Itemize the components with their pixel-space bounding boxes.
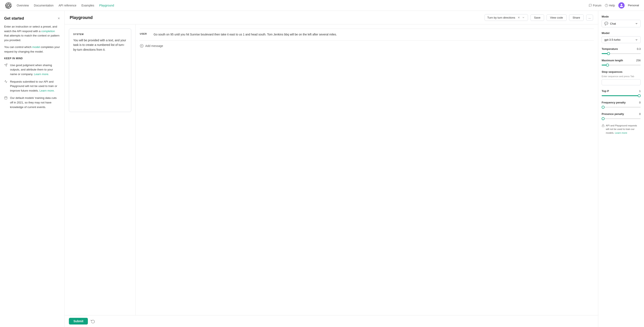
sidebar-intro-1: Enter an instruction or select a preset,…: [4, 24, 60, 42]
freq-penalty-slider[interactable]: [602, 107, 641, 108]
system-label: SYSTEM: [73, 33, 127, 35]
top-p-value: 1: [639, 89, 641, 93]
activity-icon: [4, 80, 8, 84]
app-layout: Get started × Enter an instruction or se…: [0, 0, 644, 327]
system-column: SYSTEM You will be provided with a text,…: [65, 24, 136, 327]
chevron-down-icon: [635, 22, 638, 25]
top-p-slider[interactable]: [602, 95, 641, 96]
footer-note: API and Playground requests will not be …: [602, 124, 641, 135]
temperature-slider[interactable]: [602, 53, 641, 54]
preset-selector[interactable]: Turn by turn directions: [484, 14, 528, 21]
max-length-label: Maximum length: [602, 59, 623, 62]
sidebar-body: Enter an instruction or select a preset,…: [4, 24, 60, 109]
nav-examples[interactable]: Examples: [82, 4, 94, 7]
navbar-right: Forum Help Personal: [589, 2, 639, 8]
freq-penalty-slider-container: [602, 105, 641, 108]
chevron-down-icon: [522, 16, 525, 19]
help-link[interactable]: Help: [605, 4, 615, 7]
mode-label: Mode: [602, 15, 641, 18]
submit-row: Submit: [65, 315, 598, 327]
footer-learn-more[interactable]: Learn more: [615, 132, 627, 134]
mode-dropdown[interactable]: 💬 Chat: [602, 20, 641, 27]
send-icon: [4, 63, 8, 67]
avatar[interactable]: [618, 2, 624, 8]
temperature-section: Temperature 0.3: [602, 47, 641, 55]
stop-sequences-section: Stop sequences Enter sequence and press …: [602, 70, 641, 85]
nav-overview[interactable]: Overview: [17, 4, 29, 7]
mode-icon: 💬: [604, 22, 608, 25]
personal-label: Personal: [628, 4, 639, 7]
clear-preset-button[interactable]: [517, 16, 521, 19]
history-button[interactable]: [90, 319, 95, 324]
chat-area: SYSTEM You will be provided with a text,…: [65, 24, 598, 327]
learn-more-1[interactable]: Learn more.: [34, 73, 49, 76]
add-message-button[interactable]: Add message: [140, 40, 594, 51]
nav-api-reference[interactable]: API reference: [59, 4, 76, 7]
freq-penalty-value: 0: [639, 101, 641, 104]
freq-penalty-section: Frequency penalty 0: [602, 101, 641, 108]
temperature-label: Temperature: [602, 47, 618, 50]
completion-link[interactable]: completion: [41, 30, 55, 33]
model-section: Model gpt-3.5-turbo: [602, 31, 641, 43]
nav-documentation[interactable]: Documentation: [34, 4, 54, 7]
temperature-row: Temperature 0.3: [602, 47, 641, 50]
user-text[interactable]: Go south on 95 until you hit Sunrise bou…: [154, 32, 594, 37]
playground-title: Playground: [70, 15, 482, 20]
user-message-row: USER Go south on 95 until you hit Sunris…: [140, 28, 594, 40]
more-button[interactable]: ...: [586, 14, 593, 21]
svg-rect-4: [4, 97, 7, 99]
top-p-section: Top P 1: [602, 89, 641, 97]
view-code-button[interactable]: View code: [546, 14, 566, 21]
add-icon: [140, 44, 144, 48]
svg-point-0: [605, 4, 608, 7]
temperature-value: 0.3: [637, 47, 641, 50]
model-link[interactable]: model: [32, 45, 40, 49]
max-length-row: Maximum length 256: [602, 59, 641, 62]
save-button[interactable]: Save: [530, 14, 544, 21]
calendar-icon: [4, 96, 8, 100]
learn-more-2[interactable]: Learn more.: [40, 89, 55, 92]
forum-icon: [589, 4, 592, 7]
sidebar-item-training: Our default models' training data cuts o…: [4, 96, 60, 109]
dropdown-preset-button[interactable]: [522, 16, 525, 19]
sidebar-title: Get started: [4, 16, 24, 21]
presence-penalty-value: 0: [639, 112, 641, 115]
max-length-section: Maximum length 256: [602, 59, 641, 66]
navbar: Overview Documentation API reference Exa…: [0, 0, 644, 11]
mode-section: Mode 💬 Chat: [602, 15, 641, 27]
svg-rect-13: [602, 125, 604, 127]
freq-penalty-label: Frequency penalty: [602, 101, 626, 104]
messages-columns: SYSTEM You will be provided with a text,…: [65, 24, 598, 327]
top-p-label: Top P: [602, 89, 609, 93]
share-button[interactable]: Share: [569, 14, 584, 21]
stop-sequences-label: Stop sequences: [602, 70, 641, 73]
forum-link[interactable]: Forum: [589, 4, 601, 7]
stop-sequences-input[interactable]: [602, 79, 641, 85]
max-length-slider-container: [602, 63, 641, 66]
top-p-slider-container: [602, 93, 641, 97]
user-column: USER Go south on 95 until you hit Sunris…: [136, 24, 598, 327]
max-length-slider[interactable]: [602, 65, 641, 65]
system-text[interactable]: You will be provided with a text, and yo…: [73, 38, 127, 52]
keep-in-mind-title: KEEP IN MIND: [4, 56, 60, 60]
model-value: gpt-3.5-turbo: [604, 38, 633, 41]
sidebar-close-button[interactable]: ×: [57, 16, 60, 21]
lock-icon: [602, 124, 604, 127]
nav-playground[interactable]: Playground: [99, 4, 114, 7]
sidebar-intro-2: You can control which model completes yo…: [4, 45, 60, 54]
preset-name: Turn by turn directions: [487, 16, 515, 19]
preset-selector-actions: [517, 16, 525, 19]
history-icon: [91, 319, 95, 323]
sidebar-item-api: Requests submitted to our API and Playgr…: [4, 79, 60, 93]
presence-penalty-section: Presence penalty 0: [602, 112, 641, 120]
stop-sequences-hint: Enter sequence and press Tab: [602, 75, 641, 78]
add-message-label: Add message: [145, 44, 163, 47]
presence-penalty-label: Presence penalty: [602, 112, 624, 115]
user-label: USER: [140, 32, 150, 37]
submit-button[interactable]: Submit: [69, 318, 88, 325]
presence-penalty-slider[interactable]: [602, 118, 641, 119]
mode-value: Chat: [610, 22, 633, 25]
chevron-down-icon: [635, 38, 638, 41]
model-dropdown[interactable]: gpt-3.5-turbo: [602, 36, 641, 43]
sidebar: Get started × Enter an instruction or se…: [0, 11, 65, 327]
